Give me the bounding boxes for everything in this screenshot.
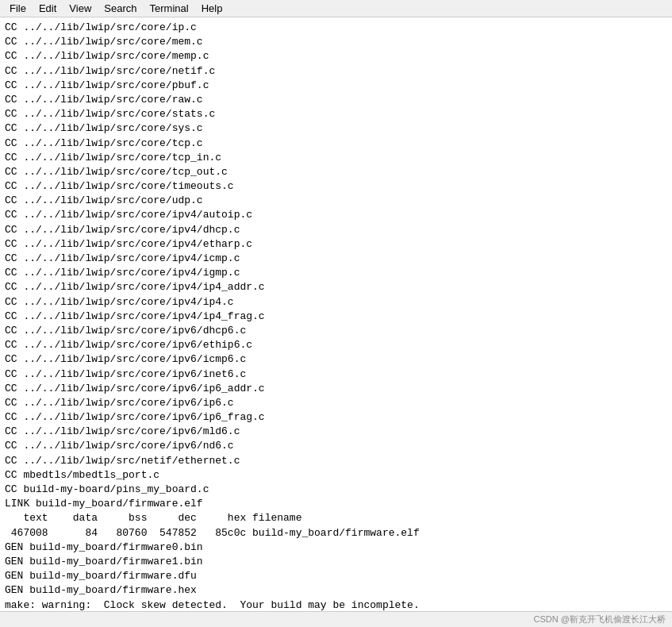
terminal-line: CC ../../lib/lwip/src/core/memp.c	[5, 49, 667, 63]
menu-file[interactable]: File	[3, 2, 33, 15]
terminal-line: CC ../../lib/lwip/src/core/ipv4/dhcp.c	[5, 223, 667, 237]
terminal-line: CC ../../lib/lwip/src/core/pbuf.c	[5, 79, 667, 93]
menu-search[interactable]: Search	[98, 2, 143, 15]
menu-edit[interactable]: Edit	[33, 2, 63, 15]
terminal-line: GEN build-my_board/firmware.dfu	[5, 569, 667, 583]
terminal-line: CC ../../lib/lwip/src/core/ipv4/ip4_addr…	[5, 280, 667, 294]
terminal-line: CC ../../lib/lwip/src/core/ipv6/icmp6.c	[5, 352, 667, 367]
terminal-line: GEN build-my_board/firmware1.bin	[5, 555, 667, 569]
terminal-line: CC ../../lib/lwip/src/core/ipv6/ip6_addr…	[5, 382, 667, 396]
terminal-window: File Edit View Search Terminal Help CC .…	[0, 0, 672, 627]
terminal-line: CC ../../lib/lwip/src/core/tcp_in.c	[5, 151, 667, 165]
terminal-line: CC ../../lib/lwip/src/core/ipv4/icmp.c	[5, 252, 667, 266]
menu-help[interactable]: Help	[195, 2, 229, 15]
terminal-line: CC build-my-board/pins_my_board.c	[5, 483, 667, 497]
terminal-line: CC ../../lib/lwip/src/core/ipv6/mld6.c	[5, 425, 667, 439]
menubar: File Edit View Search Terminal Help	[0, 0, 672, 17]
terminal-line: CC ../../lib/lwip/src/core/raw.c	[5, 93, 667, 107]
terminal-line: LINK build-my_board/firmware.elf	[5, 497, 667, 511]
terminal-line: CC ../../lib/lwip/src/core/ipv6/inet6.c	[5, 367, 667, 382]
terminal-line: CC mbedtls/mbedtls_port.c	[5, 468, 667, 483]
terminal-line: CC ../../lib/lwip/src/core/ipv4/autoip.c	[5, 208, 667, 222]
terminal-line: CC ../../lib/lwip/src/core/tcp_out.c	[5, 165, 667, 179]
terminal-line: CC ../../lib/lwip/src/core/ipv4/etharp.c	[5, 237, 667, 252]
terminal-line: GEN build-my_board/firmware.hex	[5, 583, 667, 598]
terminal-line: CC ../../lib/lwip/src/core/ipv6/ip6_frag…	[5, 410, 667, 425]
terminal-line: CC ../../lib/lwip/src/core/mem.c	[5, 35, 667, 49]
menu-terminal[interactable]: Terminal	[144, 2, 195, 15]
terminal-line: CC ../../lib/lwip/src/core/ipv4/ip4_frag…	[5, 310, 667, 324]
terminal-line: CC ../../lib/lwip/src/core/timeouts.c	[5, 179, 667, 194]
terminal-line: CC ../../lib/lwip/src/core/netif.c	[5, 64, 667, 79]
terminal-line: CC ../../lib/lwip/src/core/ip.c	[5, 21, 667, 35]
watermark-text: CSDN @靳克开飞机偷渡长江大桥	[534, 614, 666, 625]
terminal-line: 467008 84 80760 547852 85c0c build-my_bo…	[5, 526, 667, 540]
terminal-line: GEN build-my_board/firmware0.bin	[5, 540, 667, 555]
terminal-output: CC ../../lib/lwip/src/core/ip.cCC ../../…	[0, 17, 672, 611]
terminal-line: CC ../../lib/lwip/src/core/ipv6/dhcp6.c	[5, 324, 667, 338]
terminal-area[interactable]: CC ../../lib/lwip/src/core/ip.cCC ../../…	[0, 17, 672, 611]
terminal-line: CC ../../lib/lwip/src/core/tcp.c	[5, 137, 667, 151]
terminal-line: CC ../../lib/lwip/src/core/ipv6/ip6.c	[5, 396, 667, 410]
terminal-line: CC ../../lib/lwip/src/core/ipv6/ethip6.c	[5, 338, 667, 352]
terminal-line: CC ../../lib/lwip/src/core/stats.c	[5, 107, 667, 121]
menu-view[interactable]: View	[63, 2, 98, 15]
terminal-line: CC ../../lib/lwip/src/core/sys.c	[5, 121, 667, 136]
terminal-line: CC ../../lib/lwip/src/core/ipv4/ip4.c	[5, 295, 667, 310]
terminal-line: CC ../../lib/lwip/src/core/udp.c	[5, 194, 667, 208]
terminal-line: CC ../../lib/lwip/src/netif/ethernet.c	[5, 454, 667, 468]
terminal-line: CC ../../lib/lwip/src/core/ipv6/nd6.c	[5, 439, 667, 453]
terminal-line: text data bss dec hex filename	[5, 511, 667, 525]
terminal-line: CC ../../lib/lwip/src/core/ipv4/igmp.c	[5, 266, 667, 280]
bottom-bar: CSDN @靳克开飞机偷渡长江大桥	[0, 611, 672, 627]
terminal-line: make: warning: Clock skew detected. Your…	[5, 598, 667, 612]
